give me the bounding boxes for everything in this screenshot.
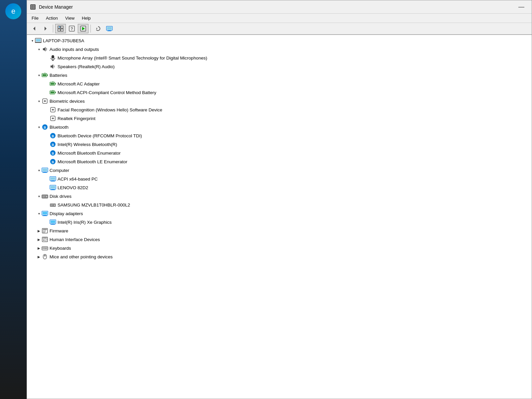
device-manager-window: Device Manager — File Action View Help [27,0,532,399]
svg-rect-3 [31,7,33,9]
help-button[interactable]: ? [66,24,77,33]
laptop-icon [35,37,42,44]
menu-file[interactable]: File [28,15,42,22]
svg-text:B: B [52,143,54,147]
title-bar: Device Manager — [27,0,532,14]
device-fingerprint[interactable]: Realtek Fingerprint [27,114,532,123]
category-mice[interactable]: ▶ Mice and other pointing devices [27,252,532,261]
mice-chevron: ▶ [36,254,42,259]
device-lenovo[interactable]: LENOVO 82D2 [27,183,532,192]
category-keyboards[interactable]: ▶ Keyboards [27,244,532,252]
device-bluetooth-rfcomm[interactable]: B Bluetooth Device (RFCOMM Protocol TDI) [27,131,532,140]
device-battery[interactable]: Microsoft ACPI-Compliant Control Method … [27,88,532,97]
lenovo-label: LENOVO 82D2 [58,185,88,190]
svg-rect-55 [43,169,47,171]
svg-rect-63 [51,186,55,189]
lenovo-icon [50,184,56,191]
category-firmware[interactable]: ▶ Firmware [27,226,532,235]
svg-rect-89 [43,238,47,238]
device-iris-xe[interactable]: Intel(R) Iris(R) Xe Graphics [27,218,532,226]
svg-rect-80 [51,220,55,223]
menu-help[interactable]: Help [78,15,94,22]
speaker-icon [50,63,56,70]
forward-button[interactable] [40,24,51,33]
run-button[interactable] [78,24,88,33]
device-microphone[interactable]: Microphone Array (Intel® Smart Sound Tec… [27,54,532,62]
svg-marker-5 [33,27,35,31]
svg-marker-15 [82,27,85,30]
svg-rect-69 [43,196,45,196]
device-ms-bluetooth-enum[interactable]: B Microsoft Bluetooth Enumerator [27,149,532,157]
svg-rect-2 [33,5,35,7]
svg-text:B: B [52,160,54,164]
svg-rect-91 [45,239,47,240]
category-disk[interactable]: ▾ Disk drives [27,192,532,200]
svg-rect-87 [43,232,45,233]
device-speakers[interactable]: Speakers (Realtek(R) Audio) [27,62,532,71]
mice-icon [42,253,48,260]
svg-rect-18 [107,27,112,30]
device-facial-recognition[interactable]: Facial Recognition (Windows Hello) Softw… [27,105,532,114]
computer-button[interactable] [104,24,115,33]
svg-rect-86 [43,231,46,232]
category-bluetooth[interactable]: ▾ B Bluetooth [27,123,532,131]
svg-rect-10 [61,29,63,31]
svg-rect-102 [46,248,47,249]
category-computer[interactable]: ▾ Computer [27,166,532,175]
computer-category-icon [42,167,48,174]
device-samsung-ssd[interactable]: SAMSUNG MZVLB1T0HBLR-000L2 [27,200,532,209]
bluetooth-label: Bluetooth [50,125,68,130]
menu-action[interactable]: Action [43,15,61,22]
samsung-ssd-icon [50,201,56,208]
svg-rect-4 [33,7,35,9]
keyboards-label: Keyboards [50,246,71,251]
svg-rect-76 [43,212,47,214]
ms-bluetooth-le-icon: B [50,158,56,165]
acpi-icon [50,176,56,182]
svg-rect-98 [47,247,47,248]
svg-rect-9 [58,29,60,31]
back-button[interactable] [29,24,40,33]
keyboards-icon [42,245,48,251]
svg-rect-95 [44,247,44,248]
firmware-icon [42,227,48,234]
device-ac-adapter[interactable]: Microsoft AC Adapter [27,79,532,88]
menu-view[interactable]: View [62,15,78,22]
svg-rect-30 [47,74,48,76]
display-label: Display adapters [50,211,83,216]
category-audio[interactable]: ▾ Audio inputs and outputs [27,45,532,54]
device-intel-bluetooth[interactable]: B Intel(R) Wireless Bluetooth(R) [27,140,532,149]
ms-bluetooth-enum-icon: B [50,150,56,156]
svg-rect-100 [44,248,44,249]
show-hide-button[interactable] [55,24,66,33]
bluetooth-category-icon: B [42,124,48,130]
fingerprint-icon [50,115,56,122]
microphone-icon [50,55,56,61]
root-label: LAPTOP-375UBE5A [43,38,84,43]
category-batteries[interactable]: ▾ Batteries [27,71,532,79]
refresh-button[interactable] [93,24,103,33]
svg-rect-92 [45,240,47,241]
svg-text:B: B [44,125,46,129]
edge-icon[interactable]: e [5,3,21,19]
tree-root[interactable]: ▾ LAPTOP-375UBE5A [27,36,532,45]
svg-rect-33 [55,83,56,84]
svg-rect-94 [43,247,43,248]
svg-marker-6 [45,27,47,31]
intel-bluetooth-icon: B [50,141,56,148]
svg-marker-16 [96,28,97,29]
svg-rect-73 [51,204,53,205]
battery-icon [42,72,48,78]
category-biometric[interactable]: ▾ Biometric devices [27,97,532,105]
hid-chevron: ▶ [36,237,42,242]
device-ms-bluetooth-le[interactable]: B Microsoft Bluetooth LE Enumerator [27,157,532,166]
svg-rect-101 [45,248,46,249]
batteries-label: Batteries [50,73,67,78]
category-hid[interactable]: ▶ Human Interface Devices [27,235,532,244]
hid-icon [42,236,48,243]
svg-rect-97 [46,247,46,248]
category-display[interactable]: ▾ Display adapters [27,209,532,218]
device-acpi[interactable]: ACPI x64-based PC [27,175,532,183]
minimize-button[interactable]: — [514,2,529,12]
svg-rect-96 [45,247,45,248]
